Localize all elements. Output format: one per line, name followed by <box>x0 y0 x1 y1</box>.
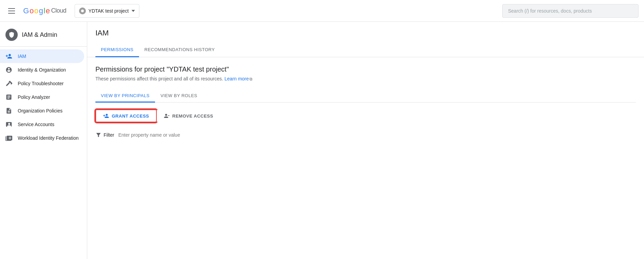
chevron-down-icon <box>132 10 135 12</box>
search-bar[interactable]: Search (/) for resources, docs, products <box>502 4 639 18</box>
sidebar-item-org-policies[interactable]: Organization Policies <box>0 104 84 118</box>
sidebar-header: IAM & Admin <box>0 22 87 47</box>
action-buttons: GRANT ACCESS REMOVE ACCESS <box>95 109 636 122</box>
tab-recommendations[interactable]: RECOMMENDATIONS HISTORY <box>139 43 220 57</box>
wrench-icon <box>5 80 12 87</box>
person-remove-icon <box>164 113 170 119</box>
section-title: Permissions for project "YDTAK test proj… <box>95 65 636 73</box>
learn-more-link[interactable]: Learn more <box>225 76 249 81</box>
filter-icon <box>95 132 102 138</box>
content-area: Permissions for project "YDTAK test proj… <box>87 57 644 149</box>
main-content: IAM PERMISSIONS RECOMMENDATIONS HISTORY … <box>87 22 644 259</box>
sidebar-item-policy-analyzer[interactable]: Policy Analyzer <box>0 90 84 104</box>
service-account-icon <box>5 121 12 128</box>
sidebar-item-policy-troubleshooter[interactable]: Policy Troubleshooter <box>0 77 84 90</box>
document-search-icon <box>5 94 12 101</box>
search-placeholder: Search (/) for resources, docs, products <box>508 8 592 14</box>
list-doc-icon <box>5 107 12 114</box>
sidebar: IAM & Admin IAM Identity & Org <box>0 22 87 259</box>
sub-tabs: VIEW BY PRINCIPALS VIEW BY ROLES <box>95 90 636 103</box>
filter-row: Filter <box>95 129 636 141</box>
main-tabs: PERMISSIONS RECOMMENDATIONS HISTORY <box>87 43 644 57</box>
sidebar-item-service-accounts-label: Service Accounts <box>18 122 54 127</box>
person-circle-icon <box>5 66 12 73</box>
sidebar-item-workload-identity-label: Workload Identity Federation <box>18 135 79 141</box>
external-link-icon: ⧉ <box>249 77 252 81</box>
section-description: These permissions affect this project an… <box>95 76 636 81</box>
filter-input[interactable] <box>118 132 636 138</box>
iam-admin-icon <box>5 29 18 41</box>
filter-icon-area: Filter <box>95 132 114 138</box>
sub-tab-by-principals[interactable]: VIEW BY PRINCIPALS <box>95 90 155 103</box>
sidebar-item-identity-org-label: Identity & Organization <box>18 67 66 73</box>
sidebar-item-iam[interactable]: IAM <box>0 49 84 63</box>
person-add-icon <box>103 113 109 119</box>
sidebar-item-iam-label: IAM <box>18 54 26 59</box>
remove-access-button[interactable]: REMOVE ACCESS <box>157 110 220 122</box>
project-name: YDTAK test project <box>89 8 129 14</box>
sidebar-item-policy-troubleshooter-label: Policy Troubleshooter <box>18 81 64 86</box>
sidebar-item-org-policies-label: Organization Policies <box>18 108 63 113</box>
person-add-icon <box>5 53 12 60</box>
workload-icon <box>5 135 12 141</box>
page-header: IAM <box>87 22 644 37</box>
project-icon <box>79 7 86 14</box>
tab-permissions[interactable]: PERMISSIONS <box>95 43 139 57</box>
sidebar-nav: IAM Identity & Organization Policy <box>0 47 87 148</box>
page-title: IAM <box>95 29 636 37</box>
sidebar-item-policy-analyzer-label: Policy Analyzer <box>18 94 50 100</box>
filter-label: Filter <box>104 132 114 138</box>
sidebar-item-workload-identity[interactable]: Workload Identity Federation <box>0 131 84 145</box>
sidebar-item-identity-org[interactable]: Identity & Organization <box>0 63 84 77</box>
grant-access-button[interactable]: GRANT ACCESS <box>95 109 157 122</box>
sidebar-title: IAM & Admin <box>22 31 57 39</box>
sub-tab-by-roles[interactable]: VIEW BY ROLES <box>155 90 203 103</box>
sidebar-item-service-accounts[interactable]: Service Accounts <box>0 118 84 131</box>
topbar: Google Cloud YDTAK test project Search (… <box>0 0 644 22</box>
app-layout: IAM & Admin IAM Identity & Org <box>0 22 644 259</box>
project-selector[interactable]: YDTAK test project <box>75 4 139 18</box>
hamburger-menu-button[interactable] <box>5 5 18 16</box>
google-logo: Google Cloud <box>23 6 66 15</box>
